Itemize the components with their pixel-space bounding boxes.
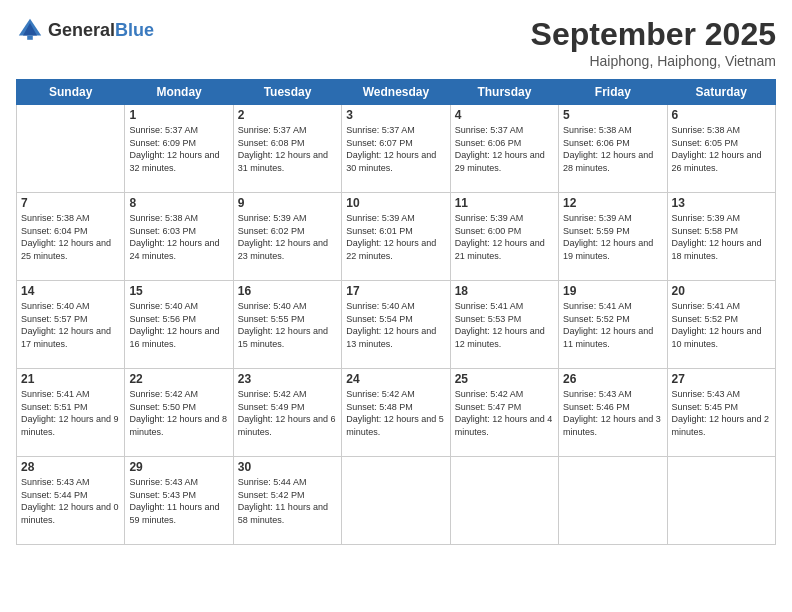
cell-content: Sunrise: 5:42 AMSunset: 5:50 PMDaylight:…: [129, 388, 228, 438]
table-row: 19Sunrise: 5:41 AMSunset: 5:52 PMDayligh…: [559, 281, 667, 369]
table-row: 24Sunrise: 5:42 AMSunset: 5:48 PMDayligh…: [342, 369, 450, 457]
table-row: 6Sunrise: 5:38 AMSunset: 6:05 PMDaylight…: [667, 105, 775, 193]
table-row: 18Sunrise: 5:41 AMSunset: 5:53 PMDayligh…: [450, 281, 558, 369]
cell-content: Sunrise: 5:37 AMSunset: 6:07 PMDaylight:…: [346, 124, 445, 174]
table-row: [17, 105, 125, 193]
table-row: 5Sunrise: 5:38 AMSunset: 6:06 PMDaylight…: [559, 105, 667, 193]
table-row: 16Sunrise: 5:40 AMSunset: 5:55 PMDayligh…: [233, 281, 341, 369]
cell-content: Sunrise: 5:37 AMSunset: 6:09 PMDaylight:…: [129, 124, 228, 174]
cell-content: Sunrise: 5:39 AMSunset: 6:00 PMDaylight:…: [455, 212, 554, 262]
table-row: 7Sunrise: 5:38 AMSunset: 6:04 PMDaylight…: [17, 193, 125, 281]
date-number: 1: [129, 108, 228, 122]
date-number: 20: [672, 284, 771, 298]
day-sunday: Sunday: [17, 80, 125, 105]
date-number: 29: [129, 460, 228, 474]
table-row: 22Sunrise: 5:42 AMSunset: 5:50 PMDayligh…: [125, 369, 233, 457]
date-number: 19: [563, 284, 662, 298]
table-row: 20Sunrise: 5:41 AMSunset: 5:52 PMDayligh…: [667, 281, 775, 369]
table-row: 8Sunrise: 5:38 AMSunset: 6:03 PMDaylight…: [125, 193, 233, 281]
table-row: 2Sunrise: 5:37 AMSunset: 6:08 PMDaylight…: [233, 105, 341, 193]
cell-content: Sunrise: 5:41 AMSunset: 5:52 PMDaylight:…: [672, 300, 771, 350]
day-wednesday: Wednesday: [342, 80, 450, 105]
cell-content: Sunrise: 5:38 AMSunset: 6:04 PMDaylight:…: [21, 212, 120, 262]
table-row: 26Sunrise: 5:43 AMSunset: 5:46 PMDayligh…: [559, 369, 667, 457]
date-number: 12: [563, 196, 662, 210]
cell-content: Sunrise: 5:38 AMSunset: 6:06 PMDaylight:…: [563, 124, 662, 174]
cell-content: Sunrise: 5:40 AMSunset: 5:57 PMDaylight:…: [21, 300, 120, 350]
cell-content: Sunrise: 5:41 AMSunset: 5:52 PMDaylight:…: [563, 300, 662, 350]
cell-content: Sunrise: 5:42 AMSunset: 5:49 PMDaylight:…: [238, 388, 337, 438]
date-number: 11: [455, 196, 554, 210]
table-row: 1Sunrise: 5:37 AMSunset: 6:09 PMDaylight…: [125, 105, 233, 193]
week-row-1: 7Sunrise: 5:38 AMSunset: 6:04 PMDaylight…: [17, 193, 776, 281]
cell-content: Sunrise: 5:37 AMSunset: 6:08 PMDaylight:…: [238, 124, 337, 174]
cell-content: Sunrise: 5:42 AMSunset: 5:48 PMDaylight:…: [346, 388, 445, 438]
day-saturday: Saturday: [667, 80, 775, 105]
table-row: 12Sunrise: 5:39 AMSunset: 5:59 PMDayligh…: [559, 193, 667, 281]
date-number: 21: [21, 372, 120, 386]
cell-content: Sunrise: 5:40 AMSunset: 5:55 PMDaylight:…: [238, 300, 337, 350]
date-number: 28: [21, 460, 120, 474]
logo-blue: Blue: [115, 20, 154, 40]
date-number: 27: [672, 372, 771, 386]
date-number: 24: [346, 372, 445, 386]
table-row: [450, 457, 558, 545]
date-number: 22: [129, 372, 228, 386]
cell-content: Sunrise: 5:43 AMSunset: 5:44 PMDaylight:…: [21, 476, 120, 526]
table-row: [559, 457, 667, 545]
date-number: 7: [21, 196, 120, 210]
cell-content: Sunrise: 5:42 AMSunset: 5:47 PMDaylight:…: [455, 388, 554, 438]
day-thursday: Thursday: [450, 80, 558, 105]
date-number: 25: [455, 372, 554, 386]
table-row: 10Sunrise: 5:39 AMSunset: 6:01 PMDayligh…: [342, 193, 450, 281]
cell-content: Sunrise: 5:40 AMSunset: 5:56 PMDaylight:…: [129, 300, 228, 350]
title-section: September 2025 Haiphong, Haiphong, Vietn…: [531, 16, 776, 69]
cell-content: Sunrise: 5:43 AMSunset: 5:46 PMDaylight:…: [563, 388, 662, 438]
table-row: 21Sunrise: 5:41 AMSunset: 5:51 PMDayligh…: [17, 369, 125, 457]
table-row: 3Sunrise: 5:37 AMSunset: 6:07 PMDaylight…: [342, 105, 450, 193]
date-number: 23: [238, 372, 337, 386]
location: Haiphong, Haiphong, Vietnam: [531, 53, 776, 69]
date-number: 10: [346, 196, 445, 210]
week-row-3: 21Sunrise: 5:41 AMSunset: 5:51 PMDayligh…: [17, 369, 776, 457]
date-number: 14: [21, 284, 120, 298]
table-row: 23Sunrise: 5:42 AMSunset: 5:49 PMDayligh…: [233, 369, 341, 457]
header-row: Sunday Monday Tuesday Wednesday Thursday…: [17, 80, 776, 105]
day-monday: Monday: [125, 80, 233, 105]
date-number: 9: [238, 196, 337, 210]
cell-content: Sunrise: 5:44 AMSunset: 5:42 PMDaylight:…: [238, 476, 337, 526]
date-number: 15: [129, 284, 228, 298]
cell-content: Sunrise: 5:43 AMSunset: 5:45 PMDaylight:…: [672, 388, 771, 438]
table-row: 17Sunrise: 5:40 AMSunset: 5:54 PMDayligh…: [342, 281, 450, 369]
page: GeneralBlue September 2025 Haiphong, Hai…: [0, 0, 792, 612]
cell-content: Sunrise: 5:38 AMSunset: 6:03 PMDaylight:…: [129, 212, 228, 262]
table-row: 29Sunrise: 5:43 AMSunset: 5:43 PMDayligh…: [125, 457, 233, 545]
date-number: 30: [238, 460, 337, 474]
table-row: 28Sunrise: 5:43 AMSunset: 5:44 PMDayligh…: [17, 457, 125, 545]
cell-content: Sunrise: 5:40 AMSunset: 5:54 PMDaylight:…: [346, 300, 445, 350]
date-number: 18: [455, 284, 554, 298]
week-row-2: 14Sunrise: 5:40 AMSunset: 5:57 PMDayligh…: [17, 281, 776, 369]
date-number: 2: [238, 108, 337, 122]
table-row: 25Sunrise: 5:42 AMSunset: 5:47 PMDayligh…: [450, 369, 558, 457]
cell-content: Sunrise: 5:39 AMSunset: 6:01 PMDaylight:…: [346, 212, 445, 262]
logo: GeneralBlue: [16, 16, 154, 44]
day-tuesday: Tuesday: [233, 80, 341, 105]
table-row: 9Sunrise: 5:39 AMSunset: 6:02 PMDaylight…: [233, 193, 341, 281]
table-row: [342, 457, 450, 545]
date-number: 13: [672, 196, 771, 210]
table-row: 30Sunrise: 5:44 AMSunset: 5:42 PMDayligh…: [233, 457, 341, 545]
cell-content: Sunrise: 5:39 AMSunset: 5:59 PMDaylight:…: [563, 212, 662, 262]
header: GeneralBlue September 2025 Haiphong, Hai…: [16, 16, 776, 69]
week-row-0: 1Sunrise: 5:37 AMSunset: 6:09 PMDaylight…: [17, 105, 776, 193]
date-number: 8: [129, 196, 228, 210]
calendar-table: Sunday Monday Tuesday Wednesday Thursday…: [16, 79, 776, 545]
date-number: 5: [563, 108, 662, 122]
week-row-4: 28Sunrise: 5:43 AMSunset: 5:44 PMDayligh…: [17, 457, 776, 545]
table-row: 15Sunrise: 5:40 AMSunset: 5:56 PMDayligh…: [125, 281, 233, 369]
logo-icon: [16, 16, 44, 44]
date-number: 4: [455, 108, 554, 122]
cell-content: Sunrise: 5:38 AMSunset: 6:05 PMDaylight:…: [672, 124, 771, 174]
table-row: 27Sunrise: 5:43 AMSunset: 5:45 PMDayligh…: [667, 369, 775, 457]
cell-content: Sunrise: 5:41 AMSunset: 5:51 PMDaylight:…: [21, 388, 120, 438]
